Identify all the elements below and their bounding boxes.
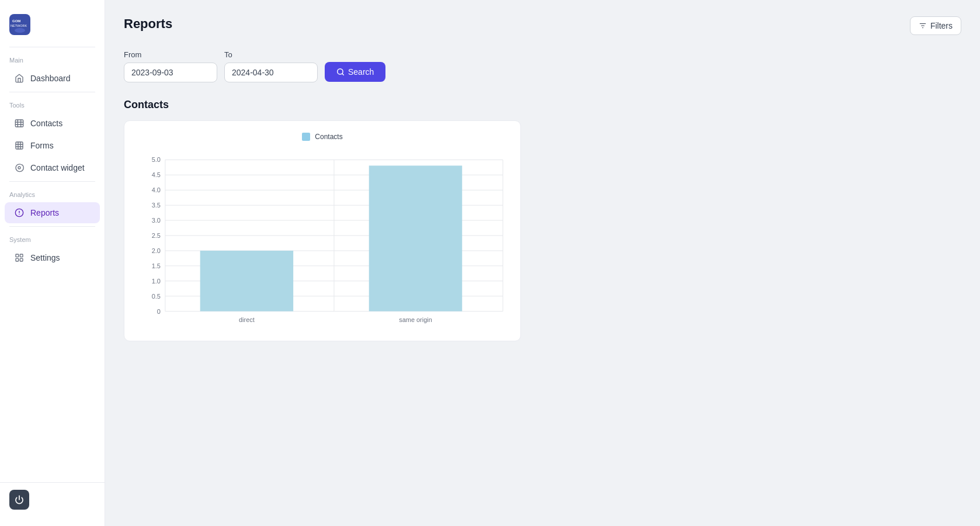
svg-text:2.0: 2.0: [152, 247, 161, 254]
svg-text:1.5: 1.5: [152, 262, 161, 269]
power-button[interactable]: [9, 490, 29, 510]
svg-text:4.5: 4.5: [152, 171, 161, 178]
svg-point-3: [15, 28, 25, 33]
contacts-icon: [14, 118, 25, 129]
sidebar-item-forms-label: Forms: [30, 141, 54, 150]
svg-rect-20: [16, 258, 19, 261]
chart-svg: 5.0 4.5 4.0 3.5 3.0 2.5: [136, 148, 509, 329]
to-filter-group: To: [224, 50, 318, 82]
svg-point-14: [18, 167, 20, 169]
contacts-section-title: Contacts: [124, 99, 961, 111]
page-title: Reports: [124, 16, 961, 32]
svg-text:3.5: 3.5: [152, 202, 161, 209]
svg-line-27: [342, 74, 344, 75]
sidebar-item-dashboard[interactable]: Dashboard: [5, 68, 100, 89]
sidebar-divider-tools: [9, 181, 95, 182]
svg-rect-9: [16, 142, 23, 149]
to-input[interactable]: [224, 63, 318, 82]
legend-color-box: [302, 133, 310, 141]
widget-icon: [14, 162, 25, 173]
filter-row: From To Search: [124, 50, 961, 82]
logo-icon: GOM NETWORK: [9, 14, 30, 35]
sidebar-item-dashboard-label: Dashboard: [30, 74, 71, 83]
from-label: From: [124, 50, 217, 59]
x-label-same-origin: same origin: [399, 316, 432, 323]
forms-icon: [14, 140, 25, 151]
sidebar-bottom: [0, 482, 105, 517]
bar-same-origin: [369, 165, 463, 311]
svg-text:0.5: 0.5: [152, 293, 161, 300]
sidebar-item-settings-label: Settings: [30, 253, 60, 262]
bar-direct: [200, 251, 294, 312]
section-label-system: System: [0, 229, 105, 247]
svg-text:3.0: 3.0: [152, 217, 161, 224]
filters-button-label: Filters: [930, 21, 953, 30]
svg-rect-19: [20, 254, 23, 257]
search-button-label: Search: [348, 67, 374, 77]
sidebar-divider-analytics: [9, 226, 95, 227]
reports-icon: [14, 207, 25, 218]
sidebar-item-settings[interactable]: Settings: [5, 247, 100, 268]
svg-rect-21: [20, 258, 23, 261]
x-label-direct: direct: [239, 316, 255, 323]
logo: GOM NETWORK: [0, 9, 105, 44]
settings-icon: [14, 252, 25, 263]
svg-text:1.0: 1.0: [152, 278, 161, 285]
search-icon: [336, 68, 345, 76]
sidebar-item-contact-widget-label: Contact widget: [30, 163, 85, 172]
filters-button[interactable]: Filters: [910, 16, 961, 35]
svg-text:4.0: 4.0: [152, 186, 161, 193]
sidebar-item-contacts[interactable]: Contacts: [5, 113, 100, 134]
section-label-analytics: Analytics: [0, 184, 105, 202]
main-content: Reports Filters From To Search Contacts: [105, 0, 980, 526]
filter-icon: [919, 22, 927, 30]
svg-text:NETWORK: NETWORK: [11, 24, 27, 27]
sidebar-divider-top: [9, 47, 95, 47]
legend-label: Contacts: [315, 133, 342, 141]
chart-legend: Contacts: [136, 133, 509, 141]
from-input[interactable]: [124, 63, 217, 82]
chart-area: 5.0 4.5 4.0 3.5 3.0 2.5: [136, 148, 509, 329]
svg-rect-18: [16, 254, 19, 257]
sidebar: GOM NETWORK Main Dashboard Tools: [0, 0, 105, 526]
svg-text:5.0: 5.0: [152, 156, 161, 163]
svg-text:GOM: GOM: [12, 19, 20, 23]
sidebar-item-reports-label: Reports: [30, 208, 59, 217]
sidebar-item-forms[interactable]: Forms: [5, 135, 100, 156]
section-label-tools: Tools: [0, 95, 105, 112]
chart-container: Contacts 5.0 4.5 4.0 3.: [124, 120, 521, 341]
home-icon: [14, 73, 25, 84]
svg-text:0: 0: [157, 308, 161, 315]
sidebar-item-reports[interactable]: Reports: [5, 202, 100, 223]
sidebar-divider-main: [9, 92, 95, 92]
svg-rect-4: [15, 120, 23, 127]
sidebar-item-contact-widget[interactable]: Contact widget: [5, 157, 100, 178]
search-button[interactable]: Search: [325, 62, 385, 82]
sidebar-item-contacts-label: Contacts: [30, 119, 62, 128]
svg-text:2.5: 2.5: [152, 232, 161, 239]
from-filter-group: From: [124, 50, 217, 82]
to-label: To: [224, 50, 318, 59]
section-label-main: Main: [0, 50, 105, 67]
power-icon: [15, 495, 24, 504]
